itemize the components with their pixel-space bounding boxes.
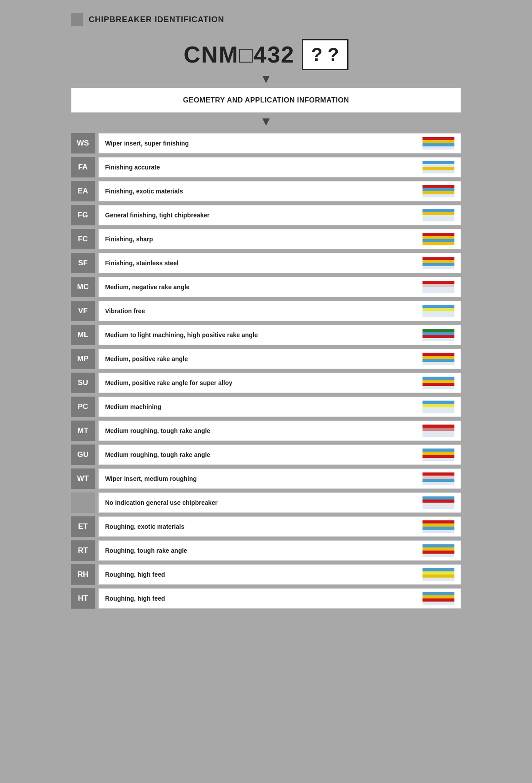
list-item[interactable]: FGGeneral finishing, tight chipbreaker (71, 205, 461, 225)
list-item[interactable]: No indication general use chipbreaker (71, 492, 461, 513)
color-stripe (422, 212, 454, 215)
row-label: Finishing accurate (105, 164, 160, 171)
row-label: Medium, negative rake angle (105, 283, 190, 291)
color-stripe (422, 452, 454, 455)
color-stripe (422, 185, 454, 188)
list-item[interactable]: MPMedium, positive rake angle (71, 349, 461, 369)
color-stripe (422, 164, 454, 167)
color-stripe (422, 383, 454, 386)
code-badge: EA (71, 181, 95, 201)
row-content: Medium roughing, tough rake angle (98, 445, 461, 465)
list-item[interactable]: ETRoughing, exotic materials (71, 516, 461, 537)
header-section: CHIPBREAKER IDENTIFICATION (71, 13, 461, 26)
code-badge: ML (71, 325, 95, 345)
color-stripe (422, 257, 454, 260)
list-item[interactable]: FAFinishing accurate (71, 157, 461, 177)
list-item[interactable]: VFVibration free (71, 301, 461, 321)
color-stripe (422, 578, 454, 581)
color-bar (422, 401, 454, 413)
color-stripe (422, 266, 454, 269)
code-badge: SU (71, 373, 95, 393)
color-stripe (422, 598, 454, 602)
row-label: Medium to light machining, high positive… (105, 331, 258, 338)
color-stripe (422, 449, 454, 452)
list-item[interactable]: RHRoughing, high feed (71, 564, 461, 585)
color-stripe (422, 191, 454, 194)
color-stripe (422, 263, 454, 266)
color-stripe (422, 551, 454, 554)
code-badge: MC (71, 277, 95, 297)
color-stripe (422, 170, 454, 173)
row-content: Finishing accurate (98, 157, 461, 177)
color-stripe (422, 455, 454, 458)
list-item[interactable]: SUMedium, positive rake angle for super … (71, 373, 461, 393)
geo-info-box: GEOMETRY AND APPLICATION INFORMATION (71, 88, 461, 113)
color-stripe (422, 308, 454, 311)
color-stripe (422, 353, 454, 356)
color-stripe (422, 281, 454, 284)
row-content: General finishing, tight chipbreaker (98, 205, 461, 225)
row-label: Roughing, tough rake angle (105, 547, 187, 554)
arrow-down-1: ▼ (71, 72, 461, 86)
row-label: Medium machining (105, 403, 161, 410)
list-item[interactable]: MTMedium roughing, tough rake angle (71, 421, 461, 441)
color-stripe (422, 311, 454, 314)
question-box: ? ? (302, 39, 348, 70)
color-bar (422, 449, 454, 461)
list-item[interactable]: EAFinishing, exotic materials (71, 181, 461, 201)
color-stripe (422, 167, 454, 170)
list-item[interactable]: PCMedium machining (71, 397, 461, 417)
color-stripe (422, 287, 454, 290)
color-stripe (422, 140, 454, 143)
code-badge: ET (71, 516, 95, 537)
color-stripe (422, 602, 454, 605)
row-label: Wiper insert, medium roughing (105, 475, 197, 482)
color-bar (422, 568, 454, 581)
list-item[interactable]: WSWiper insert, super finishing (71, 133, 461, 153)
color-stripe (422, 574, 454, 578)
color-stripe (422, 314, 454, 317)
color-stripe (422, 476, 454, 479)
row-label: Finishing, exotic materials (105, 188, 183, 195)
color-stripe (422, 215, 454, 218)
list-item[interactable]: HTRoughing, high feed (71, 588, 461, 609)
color-stripe (422, 547, 454, 551)
color-bar (422, 137, 454, 150)
color-bar (422, 377, 454, 389)
code-badge: WT (71, 468, 95, 489)
color-bar (422, 425, 454, 437)
row-label: Finishing, sharp (105, 236, 153, 243)
row-label: Roughing, high feed (105, 595, 165, 602)
list-item[interactable]: RTRoughing, tough rake angle (71, 540, 461, 561)
color-stripe (422, 356, 454, 359)
row-content: Medium, negative rake angle (98, 277, 461, 297)
row-label: Medium roughing, tough rake angle (105, 451, 210, 458)
color-stripe (422, 188, 454, 191)
row-content: Wiper insert, medium roughing (98, 468, 461, 489)
list-item[interactable]: MLMedium to light machining, high positi… (71, 325, 461, 345)
list-item[interactable]: GUMedium roughing, tough rake angle (71, 445, 461, 465)
row-content: Roughing, high feed (98, 588, 461, 609)
row-content: Finishing, sharp (98, 229, 461, 249)
list-item[interactable]: WTWiper insert, medium roughing (71, 468, 461, 489)
code-badge: FA (71, 157, 95, 177)
row-label: Finishing, stainless steel (105, 260, 179, 267)
color-stripe (422, 209, 454, 212)
list-item[interactable]: FCFinishing, sharp (71, 229, 461, 249)
row-label: Medium, positive rake angle (105, 355, 188, 362)
row-label: Roughing, exotic materials (105, 523, 184, 530)
color-stripe (422, 592, 454, 595)
color-stripe (422, 233, 454, 236)
color-stripe (422, 242, 454, 245)
row-label: Medium roughing, tough rake angle (105, 427, 210, 434)
list-item[interactable]: SFFinishing, stainless steel (71, 253, 461, 273)
header-square (71, 13, 83, 26)
list-item[interactable]: MCMedium, negative rake angle (71, 277, 461, 297)
color-stripe (422, 520, 454, 523)
color-stripe (422, 425, 454, 428)
color-stripe (422, 332, 454, 335)
color-stripe (422, 500, 454, 503)
color-stripe (422, 338, 454, 341)
row-content: Finishing, exotic materials (98, 181, 461, 201)
row-content: Wiper insert, super finishing (98, 133, 461, 153)
